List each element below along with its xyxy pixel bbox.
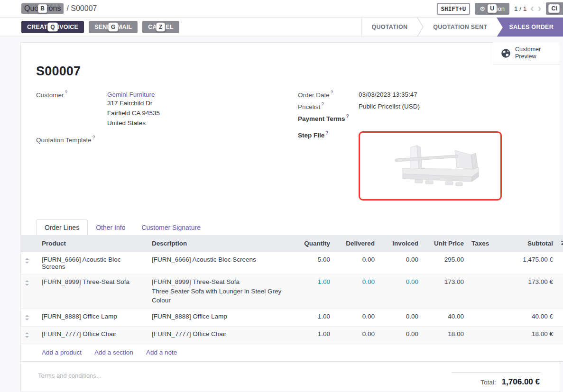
unit-price-cell[interactable]: 40.00	[422, 309, 468, 327]
payment-terms-label: Payment Terms?	[298, 115, 359, 125]
delivered-column-header[interactable]: Delivered	[334, 235, 378, 252]
send-email-button[interactable]: SEND EMAIL G	[89, 21, 138, 33]
table-row[interactable]: [FURN_8999] Three-Seat Sofa [FURN_8999] …	[21, 274, 563, 309]
payment-terms-field-row: Payment Terms?	[298, 115, 545, 125]
customer-preview-button[interactable]: Customer Preview	[493, 42, 560, 64]
product-cell[interactable]: [FURN_7777] Office Chair	[38, 327, 148, 344]
delivered-cell[interactable]: 0.00	[334, 327, 378, 344]
help-icon: ?	[325, 130, 328, 136]
unit-price-cell[interactable]: 18.00	[422, 327, 468, 344]
keyhint-corner: Ci	[548, 4, 560, 13]
status-step-quotation[interactable]: QUOTATION	[362, 18, 417, 37]
optional-columns-header[interactable]	[557, 235, 563, 252]
taxes-cell[interactable]	[468, 252, 499, 274]
pager-next-icon[interactable]: ›	[538, 5, 541, 12]
customer-link[interactable]: Gemini Furniture	[107, 91, 160, 98]
create-invoice-button[interactable]: CREATE INVOICE Q	[21, 21, 84, 33]
taxes-cell[interactable]	[468, 327, 499, 344]
corner-button[interactable]: Ci	[546, 2, 563, 15]
help-icon: ?	[346, 114, 349, 119]
product-cell[interactable]: [FURN_8999] Three-Seat Sofa	[38, 274, 148, 309]
keyhint-shift-u: SHIFT+U	[437, 3, 471, 15]
quantity-cell[interactable]: 1.00	[290, 327, 334, 344]
customer-preview-label: Customer Preview	[515, 46, 545, 60]
help-icon: ?	[321, 102, 324, 107]
tab-other-info[interactable]: Other Info	[88, 220, 133, 235]
taxes-cell[interactable]	[468, 309, 499, 327]
customer-address-line3: United States	[107, 118, 160, 128]
row-actions-cell	[557, 274, 563, 309]
delivered-cell[interactable]: 0.00	[334, 274, 378, 309]
table-row[interactable]: [FURN_7777] Office Chair [FURN_7777] Off…	[21, 327, 563, 344]
action-menu-button[interactable]: ⚙ Action U	[475, 3, 509, 15]
subtotal-cell: 40.00 €	[499, 309, 557, 327]
add-section-link[interactable]: Add a section	[94, 349, 133, 356]
description-cell[interactable]: [FURN_8888] Office Lamp	[148, 309, 290, 327]
drag-handle-icon[interactable]	[21, 274, 38, 309]
table-row[interactable]: [FURN_6666] Acoustic Bloc Screens [FURN_…	[21, 252, 563, 274]
field-grid: Customer? Gemini Furniture 317 Fairchild…	[36, 91, 545, 205]
quantity-cell[interactable]: 1.00	[290, 309, 334, 327]
quotation-template-field-row: Quotation Template?	[36, 136, 298, 144]
sheet-top-border	[21, 42, 493, 43]
sheet-footer: Terms and conditions... Total: 1,706.00 …	[21, 362, 560, 387]
row-actions-cell	[557, 327, 563, 344]
help-icon: ?	[331, 90, 333, 95]
description-cell[interactable]: [FURN_6666] Acoustic Bloc Screens	[148, 252, 290, 274]
terms-and-conditions-input[interactable]: Terms and conditions...	[38, 372, 102, 387]
description-cell[interactable]: [FURN_7777] Office Chair	[148, 327, 290, 344]
order-date-value[interactable]: 03/03/2023 13:35:47	[359, 91, 417, 99]
cancel-button[interactable]: CANCEL Z	[142, 21, 179, 33]
invoiced-cell[interactable]: 0.00	[378, 274, 422, 309]
pager-prev-icon[interactable]: ‹	[530, 5, 534, 12]
breadcrumb-bar: Quotations B / S00007 SHIFT+U ⚙ Action U…	[0, 0, 563, 18]
total-label: Total:	[480, 379, 496, 386]
keyhint-send-email: G	[108, 23, 119, 32]
invoiced-cell[interactable]: 0.00	[378, 252, 422, 274]
subtotal-column-header[interactable]: Subtotal	[499, 235, 557, 252]
step-file-3d-part	[373, 140, 487, 192]
order-lines-table: Product Description Quantity Delivered I…	[21, 235, 563, 362]
description-cell[interactable]: [FURN_8999] Three-Seat Sofa Three Seater…	[148, 274, 290, 309]
status-step-sales-order[interactable]: SALES ORDER	[497, 18, 563, 37]
quantity-cell[interactable]: 5.00	[290, 252, 334, 274]
drag-handle-icon[interactable]	[21, 309, 38, 327]
add-note-link[interactable]: Add a note	[146, 349, 177, 356]
pager: 1 / 1 ‹ ›	[514, 5, 541, 12]
unit-price-cell[interactable]: 295.00	[422, 252, 468, 274]
notebook-tabs: Order Lines Other Info Customer Signatur…	[21, 219, 560, 235]
pricelist-value[interactable]: Public Pricelist (USD)	[359, 103, 420, 110]
product-cell[interactable]: [FURN_8888] Office Lamp	[38, 309, 148, 327]
table-row[interactable]: [FURN_8888] Office Lamp [FURN_8888] Offi…	[21, 309, 563, 327]
delivered-cell[interactable]: 0.00	[334, 252, 378, 274]
drag-handle-icon[interactable]	[21, 327, 38, 344]
record-title: S00007	[36, 64, 545, 79]
status-step-quotation-sent[interactable]: QUOTATION SENT	[424, 18, 497, 37]
breadcrumb-record: / S00007	[66, 4, 97, 13]
product-column-header[interactable]: Product	[38, 235, 148, 252]
step-file-label: Step File?	[298, 131, 359, 201]
optional-columns-icon[interactable]	[561, 239, 563, 246]
taxes-column-header[interactable]: Taxes	[468, 235, 499, 252]
handle-column-header	[21, 235, 38, 252]
quantity-cell[interactable]: 1.00	[290, 274, 334, 309]
tab-customer-signature[interactable]: Customer Signature	[133, 220, 209, 235]
product-cell[interactable]: [FURN_6666] Acoustic Bloc Screens	[38, 252, 148, 274]
breadcrumb-quotations[interactable]: Quotations B	[21, 3, 64, 14]
customer-label: Customer?	[36, 91, 107, 128]
invoiced-cell[interactable]: 0.00	[378, 309, 422, 327]
step-file-image[interactable]	[359, 131, 502, 201]
taxes-cell[interactable]	[468, 274, 499, 309]
description-column-header[interactable]: Description	[148, 235, 290, 252]
invoiced-column-header[interactable]: Invoiced	[378, 235, 422, 252]
invoiced-cell[interactable]: 0.00	[378, 327, 422, 344]
add-product-link[interactable]: Add a product	[42, 349, 82, 356]
delivered-cell[interactable]: 0.00	[334, 309, 378, 327]
tab-order-lines[interactable]: Order Lines	[36, 219, 88, 235]
globe-icon	[501, 48, 511, 58]
unit-price-cell[interactable]: 173.00	[422, 274, 468, 309]
quantity-column-header[interactable]: Quantity	[290, 235, 334, 252]
drag-handle-icon[interactable]	[21, 252, 38, 274]
help-icon: ?	[65, 90, 68, 95]
unit-price-column-header[interactable]: Unit Price	[422, 235, 468, 252]
